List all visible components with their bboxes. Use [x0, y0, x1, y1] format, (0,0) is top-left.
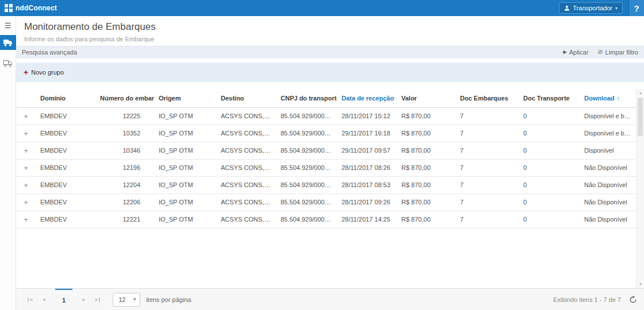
- cell-destino: ACSYS CONS,CAMPINAS...: [216, 107, 276, 125]
- cell-doc-transporte: 0: [519, 107, 580, 125]
- apply-filter-label: Aplicar: [569, 49, 589, 56]
- cell-doc-transporte: 0: [519, 211, 580, 228]
- user-menu-label: Transportador: [573, 5, 612, 11]
- apply-icon: ▶: [564, 49, 567, 55]
- expand-cell: +: [16, 211, 36, 228]
- column-header-destino[interactable]: Destino: [216, 89, 276, 107]
- sidebar-item-transporte[interactable]: [0, 56, 16, 71]
- clear-filter-icon: ⊘: [597, 49, 603, 55]
- last-page-button[interactable]: ▸: [91, 293, 105, 307]
- cell-doc-embarques: 7: [455, 159, 519, 176]
- scroll-up-icon[interactable]: ▲: [637, 89, 644, 97]
- cell-destino: ACSYS CONS,CAMPINAS...: [216, 142, 276, 159]
- first-page-button[interactable]: ◂: [23, 293, 37, 307]
- expand-row-button[interactable]: +: [16, 198, 36, 207]
- cell-cnpj: 85.504.929/0001-00: [276, 125, 337, 142]
- cell-origem: IO_SP OTM: [154, 211, 216, 228]
- expand-column-header: [16, 89, 36, 107]
- expand-row-button[interactable]: +: [16, 129, 36, 138]
- cell-download: Não Disponível: [580, 211, 636, 228]
- help-button[interactable]: ?: [628, 0, 644, 16]
- pagination-bar: ◂ ◂ 1 ▸ ▸ 12 ▼ itens por página Exibindo…: [16, 288, 644, 310]
- clear-filter-button[interactable]: ⊘ Limpar filtro: [597, 49, 638, 56]
- new-group-label: Novo grupo: [31, 69, 64, 76]
- cell-doc-embarques: 7: [455, 211, 519, 228]
- cell-cnpj: 85.504.929/0001-00: [276, 193, 337, 211]
- cell-numero: 12204: [95, 176, 154, 193]
- sidebar-item-embarques[interactable]: [0, 35, 16, 50]
- apply-filter-button[interactable]: ▶ Aplicar: [564, 49, 589, 56]
- expand-row-button[interactable]: +: [16, 215, 36, 224]
- column-header-cnpj-transportador[interactable]: CNPJ do transportador: [276, 89, 337, 107]
- cell-cnpj: 85.504.929/0001-00: [276, 142, 337, 159]
- cell-valor: R$ 870,00: [397, 142, 455, 159]
- expand-row-button[interactable]: +: [16, 146, 36, 155]
- page-size-dropdown[interactable]: 12 ▼: [113, 293, 140, 307]
- column-label: Domínio: [40, 95, 66, 102]
- cell-numero: 12221: [95, 211, 154, 228]
- advanced-search-panel-header[interactable]: Pesquisa avançada ▶ Aplicar ⊘ Limpar fil…: [16, 46, 644, 58]
- cell-numero: 12206: [95, 193, 154, 211]
- previous-page-button[interactable]: ◂: [37, 293, 51, 307]
- cell-doc-embarques: 7: [455, 107, 519, 125]
- cell-valor: R$ 870,00: [397, 193, 455, 211]
- table-row: +EMBDEV12221IO_SP OTMACSYS CONS,CAMPINAS…: [16, 211, 636, 228]
- column-header-origem[interactable]: Origem: [154, 89, 216, 107]
- cell-valor: R$ 870,00: [397, 159, 455, 176]
- page-header: Monitoramento de Embarques Informe os da…: [16, 16, 644, 46]
- cell-download: Não Disponível: [580, 159, 636, 176]
- cell-origem: IO_SP OTM: [154, 193, 216, 211]
- cell-dominio: EMBDEV: [36, 176, 95, 193]
- cell-download: Disponível e baixado: [580, 107, 636, 125]
- column-label: Data de recepção: [342, 95, 394, 102]
- cell-doc-transporte: 0: [519, 159, 580, 176]
- brand-logo-icon: [5, 4, 13, 12]
- expand-cell: +: [16, 176, 36, 193]
- next-page-button[interactable]: ▸: [77, 293, 91, 307]
- table-row: +EMBDEV12196IO_SP OTMACSYS CONS,CAMPINAS…: [16, 159, 636, 176]
- cell-numero: 12225: [95, 107, 154, 125]
- column-label: Destino: [221, 95, 244, 102]
- shipments-grid: Domínio Número do embarque Origem Destin…: [16, 89, 644, 288]
- first-page-arrow-icon: ◂: [29, 296, 33, 303]
- cell-dominio: EMBDEV: [36, 142, 95, 159]
- column-header-valor[interactable]: Valor: [397, 89, 455, 107]
- table-row: +EMBDEV10352IO_SP OTMACSYS CONS,CAMPINAS…: [16, 125, 636, 142]
- column-header-doc-transporte[interactable]: Doc Transporte: [519, 89, 580, 107]
- filter-actions: ▶ Aplicar ⊘ Limpar filtro: [564, 49, 638, 56]
- cell-doc-transporte: 0: [519, 193, 580, 211]
- scroll-down-icon[interactable]: ▼: [637, 280, 644, 288]
- scrollbar-thumb[interactable]: [638, 98, 643, 136]
- cell-data: 28/11/2017 09:26: [337, 193, 397, 211]
- vertical-scrollbar[interactable]: ▲ ▼: [636, 89, 644, 288]
- cell-cnpj: 85.504.929/0001-00: [276, 211, 337, 228]
- column-header-download[interactable]: Download↑: [580, 89, 636, 107]
- cell-dominio: EMBDEV: [36, 159, 95, 176]
- cell-destino: ACSYS CONS,CAMPINAS...: [216, 211, 276, 228]
- new-group-button[interactable]: + Novo grupo: [24, 68, 64, 76]
- page-number-button[interactable]: 1: [55, 289, 72, 310]
- column-label: Doc Embarques: [460, 95, 508, 102]
- refresh-button[interactable]: [629, 296, 637, 304]
- expand-row-button[interactable]: +: [16, 164, 36, 172]
- cell-doc-embarques: 7: [455, 193, 519, 211]
- sort-asc-icon: ↑: [617, 95, 620, 102]
- column-header-dominio[interactable]: Domínio: [36, 89, 95, 107]
- expand-cell: +: [16, 159, 36, 176]
- expand-row-button[interactable]: +: [16, 181, 36, 189]
- expand-row-button[interactable]: +: [16, 112, 36, 121]
- cell-download: Não Disponível: [580, 193, 636, 211]
- column-label: Número do embarque: [100, 95, 154, 102]
- cell-doc-embarques: 7: [455, 142, 519, 159]
- brand-name: nddConnect: [16, 4, 57, 12]
- column-header-doc-embarques[interactable]: Doc Embarques: [455, 89, 519, 107]
- last-page-bar-icon: [99, 297, 100, 302]
- column-header-numero-embarque[interactable]: Número do embarque: [95, 89, 154, 107]
- cell-data: 29/11/2017 16:18: [337, 125, 397, 142]
- hamburger-menu-icon[interactable]: ☰: [5, 22, 12, 29]
- pager-status: Exibindo itens 1 - 7 de 7: [553, 296, 621, 303]
- user-menu-button[interactable]: Transportador ▾: [559, 2, 623, 14]
- sidebar: ☰: [0, 16, 16, 310]
- column-header-data-recepcao[interactable]: Data de recepção↑: [337, 89, 397, 107]
- column-label: Origem: [159, 95, 181, 102]
